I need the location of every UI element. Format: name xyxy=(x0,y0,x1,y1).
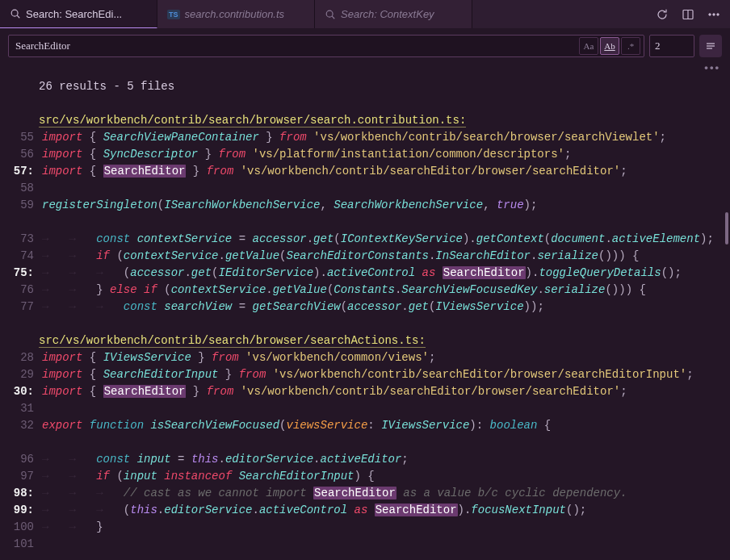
split-icon xyxy=(682,8,694,21)
line-number: 29 xyxy=(0,366,42,383)
svg-line-3 xyxy=(332,16,334,19)
line-number: 96 xyxy=(0,451,42,468)
refresh-button[interactable] xyxy=(651,3,673,26)
line-number: 31 xyxy=(0,400,42,417)
line-number: 74 xyxy=(0,248,42,265)
match-case-toggle[interactable]: Aa xyxy=(579,37,598,55)
line-number: 97 xyxy=(0,468,42,485)
svg-point-8 xyxy=(717,13,719,15)
svg-line-1 xyxy=(17,15,19,18)
result-line[interactable]: 58 xyxy=(0,180,730,197)
line-number: 28 xyxy=(0,349,42,366)
search-row: Aa Ab .* 2 xyxy=(0,28,730,65)
result-line[interactable]: 100→ → } xyxy=(0,519,730,536)
search-icon xyxy=(10,8,21,19)
result-line[interactable]: 59registerSingleton(ISearchWorkbenchServ… xyxy=(0,197,730,214)
line-number: 32 xyxy=(0,417,42,434)
line-number: 77 xyxy=(0,299,42,316)
search-results[interactable]: 26 results - 5 files src/vs/workbench/co… xyxy=(0,75,730,560)
svg-point-6 xyxy=(709,13,711,15)
ts-file-icon: TS xyxy=(167,10,180,19)
context-lines-input[interactable]: 2 xyxy=(649,35,694,57)
line-number: 99 xyxy=(0,502,42,519)
regex-toggle[interactable]: .* xyxy=(621,37,640,55)
more-icon xyxy=(707,8,720,21)
tab-search-editor[interactable]: Search: SearchEdi... xyxy=(0,0,157,28)
minimap-marker xyxy=(725,212,728,244)
file-header[interactable]: src/vs/workbench/contrib/search/browser/… xyxy=(0,332,730,349)
line-number: 73 xyxy=(0,231,42,248)
result-line[interactable]: 98→ → → // cast as we cannot import Sear… xyxy=(0,485,730,502)
editor-actions xyxy=(646,0,730,28)
line-number: 101 xyxy=(0,536,42,553)
result-line[interactable]: 32export function isSearchViewFocused(vi… xyxy=(0,417,730,434)
result-line[interactable]: 31 xyxy=(0,400,730,417)
line-number: 55 xyxy=(0,129,42,146)
whole-word-toggle[interactable]: Ab xyxy=(600,37,619,55)
result-line[interactable]: 74→ → if (contextService.getValue(Search… xyxy=(0,248,730,265)
result-line[interactable]: 97→ → if (input instanceof SearchEditorI… xyxy=(0,468,730,485)
tab-label: search.contribution.ts xyxy=(185,8,285,20)
line-number: 100 xyxy=(0,519,42,536)
file-header[interactable]: src/vs/workbench/contrib/search/browser/… xyxy=(0,112,730,129)
split-editor-button[interactable] xyxy=(677,3,699,26)
line-number: 58 xyxy=(0,180,42,197)
result-line[interactable]: 30import { SearchEditor } from 'vs/workb… xyxy=(0,383,730,400)
result-line[interactable]: 57import { SearchEditor } from 'vs/workb… xyxy=(0,163,730,180)
editor-tabs: Search: SearchEdi... TS search.contribut… xyxy=(0,0,730,28)
result-line[interactable]: 56import { SyncDescriptor } from 'vs/pla… xyxy=(0,146,730,163)
line-number: 75 xyxy=(0,265,42,282)
results-summary: 26 results - 5 files xyxy=(0,78,730,95)
result-line[interactable]: 28import { IViewsService } from 'vs/work… xyxy=(0,349,730,366)
line-number: 57 xyxy=(0,163,42,180)
tab-file[interactable]: TS search.contribution.ts xyxy=(157,0,315,28)
search-icon xyxy=(325,9,336,20)
result-line[interactable]: 99→ → → (this.editorService.activeContro… xyxy=(0,502,730,519)
result-line[interactable]: 96→ → const input = this.editorService.a… xyxy=(0,451,730,468)
svg-point-7 xyxy=(713,13,715,15)
expand-options[interactable]: ••• xyxy=(0,61,730,75)
refresh-icon xyxy=(656,8,669,21)
lines-icon xyxy=(704,40,717,52)
line-number: 76 xyxy=(0,282,42,299)
search-input[interactable] xyxy=(9,40,576,52)
result-line[interactable]: 55import { SearchViewPaneContainer } fro… xyxy=(0,129,730,146)
more-actions-button[interactable] xyxy=(703,3,725,26)
svg-point-2 xyxy=(326,10,333,17)
tab-label: Search: ContextKey xyxy=(341,8,434,20)
svg-point-0 xyxy=(11,10,18,16)
result-line[interactable]: 29import { SearchEditorInput } from 'vs/… xyxy=(0,366,730,383)
result-line[interactable]: 73→ → const contextService = accessor.ge… xyxy=(0,231,730,248)
result-line[interactable]: 75→ → → (accessor.get(IEditorService).ac… xyxy=(0,265,730,282)
search-box: Aa Ab .* xyxy=(8,35,644,57)
line-number: 56 xyxy=(0,146,42,163)
line-number: 98 xyxy=(0,485,42,502)
result-line[interactable]: 76→ → } else if (contextService.getValue… xyxy=(0,282,730,299)
tab-search-contextkey[interactable]: Search: ContextKey xyxy=(315,0,472,28)
line-number: 59 xyxy=(0,197,42,214)
result-line[interactable]: 77→ → → const searchView = getSearchView… xyxy=(0,299,730,316)
tab-label: Search: SearchEdi... xyxy=(26,8,122,20)
toggle-details-button[interactable] xyxy=(699,35,722,57)
result-line[interactable]: 101 xyxy=(0,536,730,553)
line-number: 30 xyxy=(0,383,42,400)
